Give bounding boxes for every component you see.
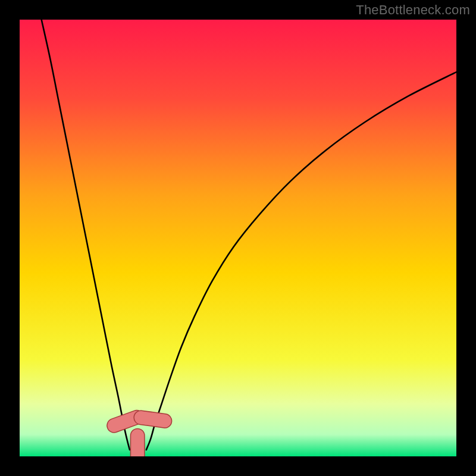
chart-outer-frame: TheBottleneck.com bbox=[0, 0, 476, 476]
plot-area bbox=[20, 20, 456, 456]
bottom-marker bbox=[130, 428, 144, 456]
chart-svg bbox=[20, 20, 456, 456]
plot-background bbox=[20, 20, 456, 456]
watermark-text: TheBottleneck.com bbox=[356, 2, 470, 18]
